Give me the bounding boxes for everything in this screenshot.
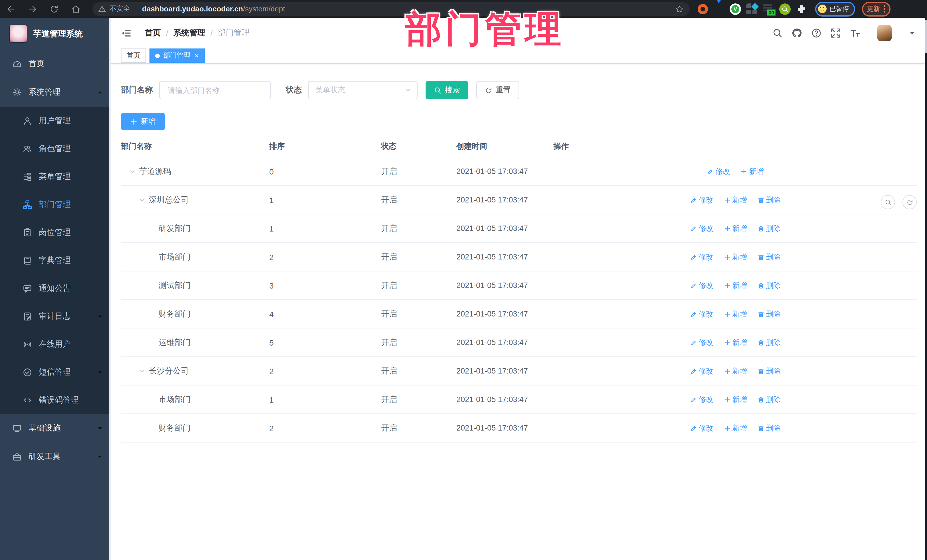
sidebar-item-message[interactable]: 通知公告 (0, 274, 111, 302)
reset-button[interactable]: 重置 (476, 81, 519, 99)
extension-icon[interactable] (779, 3, 791, 15)
help-icon[interactable] (811, 28, 821, 38)
browser-home-icon[interactable] (71, 4, 81, 14)
dept-name: 测试部门 (159, 280, 190, 291)
users-icon (23, 144, 32, 153)
expand-caret-icon[interactable] (129, 168, 136, 175)
row-action-add[interactable]: 新增 (740, 166, 764, 176)
row-action-add[interactable]: 新增 (723, 309, 747, 319)
extension-icon[interactable]: on (763, 3, 774, 15)
sidebar-item-gear[interactable]: 系统管理 (0, 78, 111, 107)
tab-active-view[interactable]: 部门管理× (149, 49, 205, 63)
sidebar-item-dashboard[interactable]: 首页 (0, 50, 111, 78)
sidebar-item-sms[interactable]: 短信管理 (0, 358, 111, 386)
font-size-icon[interactable] (850, 28, 860, 38)
browser-reload-icon[interactable] (49, 4, 59, 14)
row-action-add[interactable]: 新增 (723, 395, 747, 405)
extension-icon[interactable]: V (729, 3, 741, 15)
browser-update-button[interactable]: 更新 (862, 2, 890, 16)
address-bar[interactable]: 不安全 dashboard.yudao.iocoder.cn/system/de… (93, 2, 690, 16)
row-action-add[interactable]: 新增 (723, 223, 747, 234)
breadcrumb-item[interactable]: 系统管理 (173, 28, 205, 38)
dept-name-input[interactable] (167, 85, 264, 95)
row-action-delete[interactable]: 删除 (757, 423, 781, 433)
sidebar-item-users[interactable]: 角色管理 (0, 135, 111, 162)
row-action-add[interactable]: 新增 (723, 195, 747, 205)
tab-view[interactable]: 首页 (121, 49, 146, 63)
row-action-delete[interactable]: 删除 (757, 252, 781, 262)
extension-icon[interactable] (746, 3, 758, 15)
sidebar-item-treetable[interactable]: 菜单管理 (0, 162, 111, 190)
row-action-delete[interactable]: 删除 (757, 223, 781, 234)
search-icon[interactable] (772, 28, 783, 38)
sidebar-item-code[interactable]: 错误码管理 (0, 386, 111, 414)
sidebar-item-post[interactable]: 岗位管理 (0, 219, 111, 246)
extension-icon[interactable] (713, 3, 725, 15)
toggle-search-button[interactable] (881, 195, 895, 209)
refresh-table-button[interactable] (903, 195, 917, 209)
row-action-modify[interactable]: 修改 (690, 395, 713, 405)
hamburger-icon[interactable] (121, 28, 131, 38)
status-select[interactable]: 菜单状态 (308, 81, 418, 99)
browser-menu-kebab-icon[interactable] (883, 8, 885, 10)
row-action-modify[interactable]: 修改 (690, 337, 713, 348)
browser-forward-icon[interactable] (27, 4, 38, 14)
sidebar-scrollbar[interactable] (109, 18, 111, 560)
expand-caret-icon[interactable] (138, 196, 146, 203)
fullscreen-icon[interactable] (831, 28, 841, 38)
row-action-label: 修改 (699, 309, 713, 319)
browser-profile-chip[interactable]: 已暂停 (815, 2, 855, 16)
bookmark-star-icon[interactable] (675, 4, 684, 14)
trash-icon (757, 396, 764, 403)
scrollbar-thumb[interactable] (925, 20, 927, 53)
row-action-delete[interactable]: 删除 (757, 337, 781, 348)
dept-status: 开启 (381, 214, 456, 243)
plus-icon (723, 311, 731, 317)
add-button[interactable]: 新增 (121, 113, 165, 130)
avatar-caret-icon[interactable] (909, 30, 916, 36)
row-action-add[interactable]: 新增 (723, 337, 747, 348)
dept-name: 财务部门 (159, 309, 190, 319)
sidebar-item-online[interactable]: 在线用户 (0, 330, 111, 358)
row-action-add[interactable]: 新增 (723, 252, 747, 262)
row-action-delete[interactable]: 删除 (757, 395, 781, 405)
breadcrumb-item[interactable]: 首页 (145, 28, 161, 38)
expand-caret-icon[interactable] (138, 367, 146, 374)
row-action-modify[interactable]: 修改 (690, 280, 713, 291)
row-action-modify[interactable]: 修改 (690, 309, 713, 319)
row-action-delete[interactable]: 删除 (757, 280, 781, 291)
tab-close-icon[interactable]: × (195, 52, 199, 59)
row-action-delete[interactable]: 删除 (757, 195, 781, 205)
tree-indent (129, 342, 148, 343)
row-action-modify[interactable]: 修改 (690, 223, 713, 234)
row-action-label: 删除 (766, 309, 781, 319)
table-row: 市场部门2开启2021-01-05 17:03:47修改新增删除 (121, 243, 917, 271)
row-action-delete[interactable]: 删除 (757, 309, 781, 319)
sidebar-item-dict[interactable]: 字典管理 (0, 246, 111, 274)
sidebar-item-tree[interactable]: 部门管理 (0, 190, 111, 219)
chevron-down-icon (96, 453, 103, 460)
monitor-icon (12, 424, 22, 433)
dept-name-input-wrap (159, 81, 271, 99)
sidebar-item-toolbox[interactable]: 研发工具 (0, 443, 111, 471)
row-action-add[interactable]: 新增 (723, 280, 747, 291)
extensions-puzzle-icon[interactable] (796, 3, 807, 15)
browser-back-icon[interactable] (6, 4, 16, 14)
search-button[interactable]: 搜索 (426, 81, 468, 99)
row-action-add[interactable]: 新增 (723, 423, 747, 433)
user-avatar[interactable] (877, 25, 892, 41)
row-action-modify[interactable]: 修改 (690, 252, 713, 262)
page-scrollbar[interactable] (925, 18, 927, 560)
sidebar-item-log[interactable]: 审计日志 (0, 302, 111, 330)
row-action-modify[interactable]: 修改 (690, 423, 713, 433)
row-action-delete[interactable]: 删除 (757, 366, 781, 376)
row-action-add[interactable]: 新增 (723, 366, 747, 376)
sidebar-item-user[interactable]: 用户管理 (0, 107, 111, 135)
row-action-modify[interactable]: 修改 (690, 195, 713, 205)
extension-icon[interactable] (698, 4, 708, 14)
row-action-modify[interactable]: 修改 (690, 366, 713, 376)
github-icon[interactable] (792, 28, 802, 38)
app-logo-row[interactable]: 芋道管理系统 (0, 18, 111, 50)
row-action-modify[interactable]: 修改 (707, 166, 730, 176)
sidebar-item-monitor[interactable]: 基础设施 (0, 414, 111, 443)
